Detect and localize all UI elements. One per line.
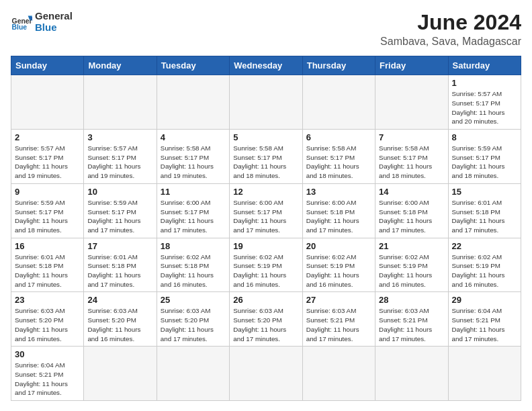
day-number: 25 [161,295,226,305]
weekday-header: Saturday [448,56,521,75]
calendar-cell [84,75,157,130]
calendar-cell: 16Sunrise: 6:01 AM Sunset: 5:18 PM Dayli… [11,238,84,292]
calendar-cell: 4Sunrise: 5:58 AM Sunset: 5:17 PM Daylig… [157,130,229,184]
calendar-cell: 22Sunrise: 6:02 AM Sunset: 5:19 PM Dayli… [448,238,521,292]
calendar-cell [157,75,229,130]
day-info: Sunrise: 5:59 AM Sunset: 5:17 PM Dayligh… [452,144,517,181]
day-number: 20 [306,241,371,251]
day-info: Sunrise: 5:58 AM Sunset: 5:17 PM Dayligh… [306,144,371,181]
weekday-header: Friday [375,56,448,75]
month-title: June 2024 [380,11,521,34]
day-number: 10 [87,187,152,197]
day-number: 8 [452,132,517,142]
calendar-week-row: 2Sunrise: 5:57 AM Sunset: 5:17 PM Daylig… [11,130,521,184]
calendar-week-row: 16Sunrise: 6:01 AM Sunset: 5:18 PM Dayli… [11,238,521,292]
day-number: 11 [161,187,226,197]
day-info: Sunrise: 5:57 AM Sunset: 5:17 PM Dayligh… [15,144,80,181]
logo-general-text: General [35,11,73,22]
day-info: Sunrise: 6:00 AM Sunset: 5:17 PM Dayligh… [233,198,298,235]
logo: General Blue General Blue [11,11,73,33]
calendar-cell [375,75,448,130]
weekday-header: Monday [84,56,157,75]
day-number: 16 [15,241,80,251]
day-info: Sunrise: 6:02 AM Sunset: 5:19 PM Dayligh… [233,253,298,289]
calendar-cell: 13Sunrise: 6:00 AM Sunset: 5:18 PM Dayli… [302,183,375,238]
calendar-week-row: 1Sunrise: 5:57 AM Sunset: 5:17 PM Daylig… [11,75,521,130]
calendar-cell: 17Sunrise: 6:01 AM Sunset: 5:18 PM Dayli… [84,238,157,292]
day-number: 1 [452,78,517,88]
calendar-cell: 5Sunrise: 5:58 AM Sunset: 5:17 PM Daylig… [230,130,302,184]
calendar-week-row: 30Sunrise: 6:04 AM Sunset: 5:21 PM Dayli… [11,347,521,401]
calendar-cell: 24Sunrise: 6:03 AM Sunset: 5:20 PM Dayli… [84,292,157,347]
calendar-cell [230,75,302,130]
calendar-cell: 10Sunrise: 5:59 AM Sunset: 5:17 PM Dayli… [84,183,157,238]
calendar-table: SundayMondayTuesdayWednesdayThursdayFrid… [11,56,521,401]
calendar-week-row: 9Sunrise: 5:59 AM Sunset: 5:17 PM Daylig… [11,183,521,238]
day-info: Sunrise: 5:58 AM Sunset: 5:17 PM Dayligh… [161,144,226,181]
calendar-cell [302,75,375,130]
day-info: Sunrise: 6:01 AM Sunset: 5:18 PM Dayligh… [452,198,517,235]
calendar-week-row: 23Sunrise: 6:03 AM Sunset: 5:20 PM Dayli… [11,292,521,347]
day-info: Sunrise: 6:03 AM Sunset: 5:20 PM Dayligh… [15,306,80,343]
day-number: 23 [15,295,80,305]
day-info: Sunrise: 6:03 AM Sunset: 5:20 PM Dayligh… [87,306,152,343]
day-info: Sunrise: 6:00 AM Sunset: 5:18 PM Dayligh… [379,198,444,235]
day-number: 18 [161,241,226,251]
calendar-cell [230,347,302,401]
day-number: 13 [306,187,371,197]
calendar-cell: 18Sunrise: 6:02 AM Sunset: 5:18 PM Dayli… [157,238,229,292]
weekday-header: Sunday [11,56,84,75]
weekday-header: Thursday [302,56,375,75]
page-header: General Blue General Blue June 2024 Samb… [11,11,521,48]
day-number: 19 [233,241,298,251]
day-info: Sunrise: 6:02 AM Sunset: 5:19 PM Dayligh… [306,253,371,289]
day-number: 7 [379,132,444,142]
calendar-cell: 11Sunrise: 6:00 AM Sunset: 5:17 PM Dayli… [157,183,229,238]
calendar-cell: 21Sunrise: 6:02 AM Sunset: 5:19 PM Dayli… [375,238,448,292]
location-title: Sambava, Sava, Madagascar [380,36,521,48]
day-info: Sunrise: 5:59 AM Sunset: 5:17 PM Dayligh… [15,198,80,235]
calendar-cell: 19Sunrise: 6:02 AM Sunset: 5:19 PM Dayli… [230,238,302,292]
weekday-header-row: SundayMondayTuesdayWednesdayThursdayFrid… [11,56,521,75]
day-info: Sunrise: 5:59 AM Sunset: 5:17 PM Dayligh… [87,198,152,235]
logo-blue-text: Blue [35,22,73,34]
calendar-cell: 12Sunrise: 6:00 AM Sunset: 5:17 PM Dayli… [230,183,302,238]
day-number: 26 [233,295,298,305]
day-info: Sunrise: 6:02 AM Sunset: 5:19 PM Dayligh… [379,253,444,289]
day-info: Sunrise: 5:58 AM Sunset: 5:17 PM Dayligh… [233,144,298,181]
day-number: 17 [87,241,152,251]
day-number: 28 [379,295,444,305]
day-number: 2 [15,132,80,142]
day-number: 5 [233,132,298,142]
day-info: Sunrise: 6:04 AM Sunset: 5:21 PM Dayligh… [15,361,80,398]
day-number: 14 [379,187,444,197]
day-info: Sunrise: 5:58 AM Sunset: 5:17 PM Dayligh… [379,144,444,181]
calendar-cell [375,347,448,401]
day-info: Sunrise: 6:04 AM Sunset: 5:21 PM Dayligh… [452,306,517,343]
calendar-cell: 1Sunrise: 5:57 AM Sunset: 5:17 PM Daylig… [448,75,521,130]
calendar-cell [84,347,157,401]
day-info: Sunrise: 5:57 AM Sunset: 5:17 PM Dayligh… [87,144,152,181]
day-info: Sunrise: 6:02 AM Sunset: 5:19 PM Dayligh… [452,253,517,289]
day-number: 27 [306,295,371,305]
day-number: 3 [87,132,152,142]
calendar-cell [302,347,375,401]
day-number: 4 [161,132,226,142]
calendar-cell: 9Sunrise: 5:59 AM Sunset: 5:17 PM Daylig… [11,183,84,238]
calendar-cell: 28Sunrise: 6:03 AM Sunset: 5:21 PM Dayli… [375,292,448,347]
day-number: 6 [306,132,371,142]
calendar-cell: 20Sunrise: 6:02 AM Sunset: 5:19 PM Dayli… [302,238,375,292]
calendar-cell: 23Sunrise: 6:03 AM Sunset: 5:20 PM Dayli… [11,292,84,347]
day-info: Sunrise: 6:03 AM Sunset: 5:20 PM Dayligh… [233,306,298,343]
day-number: 15 [452,187,517,197]
day-info: Sunrise: 6:03 AM Sunset: 5:21 PM Dayligh… [379,306,444,343]
calendar-cell: 8Sunrise: 5:59 AM Sunset: 5:17 PM Daylig… [448,130,521,184]
day-info: Sunrise: 6:01 AM Sunset: 5:18 PM Dayligh… [87,253,152,289]
calendar-cell: 6Sunrise: 5:58 AM Sunset: 5:17 PM Daylig… [302,130,375,184]
calendar-cell: 26Sunrise: 6:03 AM Sunset: 5:20 PM Dayli… [230,292,302,347]
calendar-cell: 30Sunrise: 6:04 AM Sunset: 5:21 PM Dayli… [11,347,84,401]
calendar-cell: 14Sunrise: 6:00 AM Sunset: 5:18 PM Dayli… [375,183,448,238]
calendar-cell [448,347,521,401]
day-info: Sunrise: 6:03 AM Sunset: 5:21 PM Dayligh… [306,306,371,343]
day-info: Sunrise: 5:57 AM Sunset: 5:17 PM Dayligh… [452,89,517,126]
